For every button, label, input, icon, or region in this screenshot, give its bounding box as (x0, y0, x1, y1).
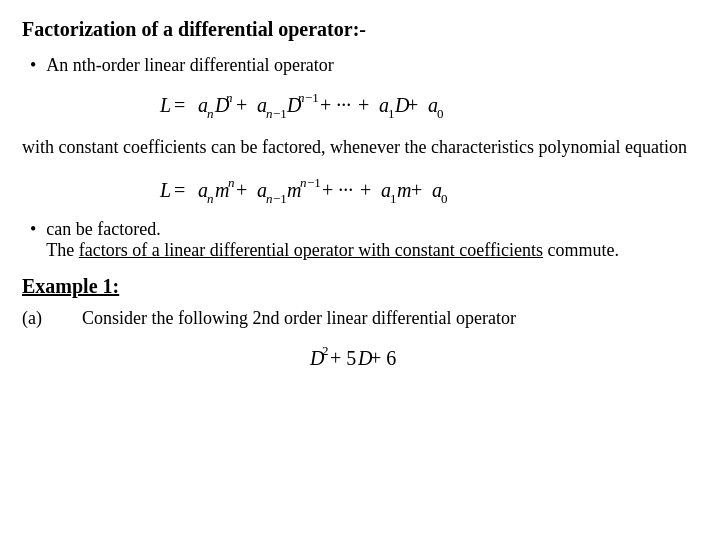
svg-text:n: n (298, 90, 305, 105)
svg-text:−1: −1 (307, 175, 321, 190)
bullet-1: • An nth-order linear differential opera… (22, 55, 698, 76)
bullet-dot-1: • (30, 55, 36, 76)
svg-text:+ 5: + 5 (330, 347, 356, 369)
svg-text:+ ···: + ··· (322, 179, 353, 201)
page-title: Factorization of a differential operator… (22, 18, 698, 41)
svg-text:−1: −1 (305, 90, 319, 105)
svg-text:L: L (159, 179, 171, 201)
svg-text:n: n (266, 191, 273, 206)
svg-text:0: 0 (437, 106, 444, 121)
formula-3-svg: D 2 + 5 D + 6 (260, 339, 460, 377)
para-1: with constant coefficients can be factor… (22, 134, 698, 161)
svg-text:+ 6: + 6 (370, 347, 396, 369)
svg-text:n: n (207, 191, 214, 206)
svg-text:m: m (397, 179, 411, 201)
formula-1: L = a n D n + a n −1 D n −1 + ··· + a 1 … (22, 86, 698, 124)
part-a-label: (a) (22, 308, 82, 329)
svg-text:+: + (236, 94, 247, 116)
svg-text:1: 1 (388, 106, 395, 121)
svg-text:+: + (360, 179, 371, 201)
formula-2-svg: L = a n m n + a n −1 m n −1 + ··· + a 1 … (150, 171, 570, 209)
svg-text:+: + (407, 94, 418, 116)
bullet-2-underlined: factors of a linear differential operato… (79, 240, 543, 260)
bullet-2-text: can be factored.The factors of a linear … (46, 219, 619, 261)
svg-text:−1: −1 (273, 106, 287, 121)
bullet-2-row: • can be factored.The factors of a linea… (22, 219, 698, 261)
bullet-2-post: commute. (543, 240, 619, 260)
svg-text:2: 2 (322, 343, 329, 358)
svg-text:1: 1 (390, 191, 397, 206)
svg-text:−1: −1 (273, 191, 287, 206)
bullet-dot-2: • (30, 219, 36, 240)
formula-3: D 2 + 5 D + 6 (22, 339, 698, 377)
svg-text:+ ···: + ··· (320, 94, 351, 116)
svg-text:=: = (174, 179, 185, 201)
part-a-row: (a) Consider the following 2nd order lin… (22, 308, 698, 329)
svg-text:+: + (411, 179, 422, 201)
svg-text:+: + (236, 179, 247, 201)
bullet-1-text: An nth-order linear differential operato… (46, 55, 334, 76)
svg-text:n: n (266, 106, 273, 121)
formula-2: L = a n m n + a n −1 m n −1 + ··· + a 1 … (22, 171, 698, 209)
svg-text:n: n (207, 106, 214, 121)
svg-text:n: n (226, 90, 233, 105)
svg-text:0: 0 (441, 191, 448, 206)
part-a-text: Consider the following 2nd order linear … (82, 308, 516, 329)
svg-text:L: L (159, 94, 171, 116)
svg-text:=: = (174, 94, 185, 116)
svg-text:n: n (300, 175, 307, 190)
svg-text:n: n (228, 175, 235, 190)
formula-1-svg: L = a n D n + a n −1 D n −1 + ··· + a 1 … (150, 86, 570, 124)
example-1-heading: Example 1: (22, 275, 698, 298)
svg-text:+: + (358, 94, 369, 116)
